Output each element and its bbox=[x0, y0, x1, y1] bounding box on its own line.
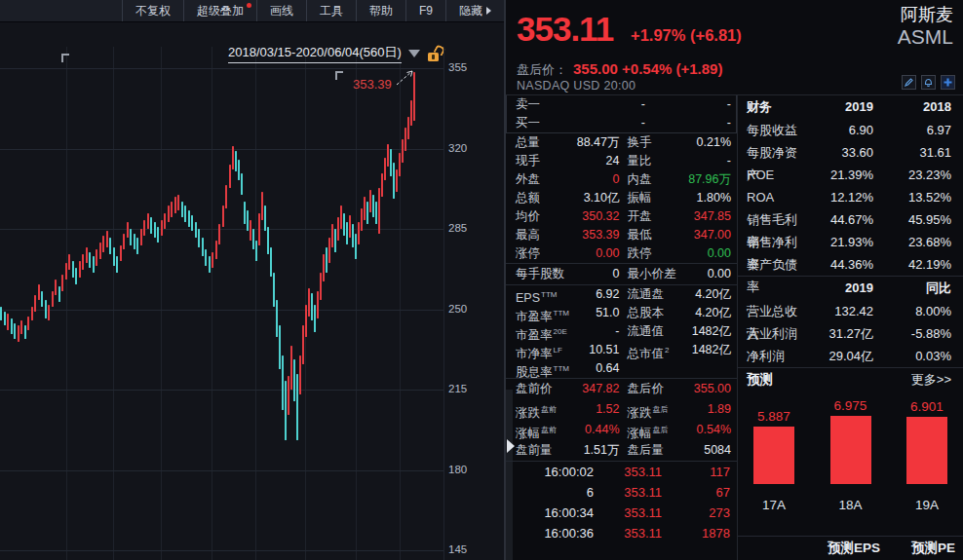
date-range-label[interactable]: 2018/03/15-2020/06/04(560日) bbox=[228, 44, 402, 63]
quote-label: 流通值 bbox=[628, 322, 665, 341]
candlestick bbox=[375, 202, 377, 225]
bid-ask-price: - bbox=[570, 95, 645, 114]
candlestick bbox=[410, 100, 412, 126]
tick-price: 353.11 bbox=[594, 523, 662, 543]
event-flag-icon bbox=[335, 71, 343, 80]
candlestick bbox=[402, 139, 404, 163]
financial-label: ROA bbox=[747, 186, 799, 208]
candlestick bbox=[346, 222, 348, 245]
last-price: 353.11 bbox=[517, 10, 613, 49]
toolbar-item[interactable]: F9 bbox=[405, 0, 445, 21]
candlestick bbox=[364, 197, 366, 220]
quote-label: 最高 bbox=[516, 226, 540, 244]
candlestick bbox=[337, 217, 339, 241]
quote-label: 总市值2 bbox=[628, 341, 670, 359]
quote-value: 0.64 bbox=[569, 359, 620, 378]
toolbar-item[interactable]: 帮助 bbox=[356, 0, 405, 21]
candlestick bbox=[4, 312, 6, 325]
candlestick bbox=[285, 381, 287, 440]
toolbar-item[interactable]: 隐藏 bbox=[445, 0, 504, 21]
quote-half: 现手24 bbox=[516, 152, 620, 170]
forecast-more-link[interactable]: 更多>> bbox=[911, 371, 951, 389]
tab-forecast-eps[interactable]: 预测EPS bbox=[828, 540, 880, 557]
candlestick bbox=[120, 245, 122, 262]
chart-vertical-gridline bbox=[66, 47, 67, 560]
unlock-icon[interactable] bbox=[427, 46, 443, 62]
quote-label: 盘前量 bbox=[516, 440, 553, 461]
income-col-2019: 2019 bbox=[799, 277, 873, 300]
quote-half: 盘前量1.51万 bbox=[516, 440, 620, 461]
candlestick bbox=[238, 160, 240, 180]
quote-label: 涨幅盘后 bbox=[628, 420, 669, 440]
income-col-yoy: 同比 bbox=[873, 277, 951, 300]
quote-detail-column: 卖一--买一-- 总量88.47万换手0.21%现手24量比-外盘0内盘87.9… bbox=[506, 95, 738, 560]
date-range-control[interactable]: 2018/03/15-2020/06/04(560日) bbox=[228, 44, 443, 63]
quote-half: 最小价差0.00 bbox=[620, 264, 732, 284]
income-value: 29.04亿 bbox=[799, 345, 873, 367]
income-header: 2019 同比 bbox=[738, 277, 963, 300]
income-row: 营业利润31.27亿-5.88% bbox=[738, 322, 963, 345]
quote-row: 现手24量比- bbox=[506, 152, 737, 170]
quote-label: 振幅 bbox=[628, 189, 652, 207]
candlestick bbox=[89, 252, 91, 269]
quote-value bbox=[628, 359, 732, 378]
chevron-down-icon[interactable] bbox=[408, 50, 420, 57]
forecast-bar-value: 5.887 bbox=[757, 409, 790, 424]
forecast-bar-label: 17A bbox=[762, 498, 786, 512]
quote-half: 涨跌盘后1.89 bbox=[620, 399, 732, 420]
candlestick bbox=[147, 213, 149, 230]
quote-value: 347.00 bbox=[652, 226, 732, 244]
candlestick bbox=[282, 355, 284, 411]
quote-label: 每手股数 bbox=[516, 264, 564, 284]
income-label: 净利润 bbox=[747, 345, 799, 367]
candlestick bbox=[55, 280, 57, 296]
toolbar-item[interactable]: 工具 bbox=[306, 0, 356, 21]
candlestick bbox=[250, 220, 251, 241]
tick-qty: 1878 bbox=[662, 523, 730, 543]
candlestick bbox=[177, 195, 179, 211]
chart-gridline bbox=[0, 550, 443, 551]
chart-vertical-gridline bbox=[161, 47, 162, 560]
tab-forecast-pe[interactable]: 预测PE bbox=[911, 540, 955, 557]
quote-half: 涨跌盘前1.52 bbox=[516, 399, 620, 420]
toolbar-item[interactable]: 不复权 bbox=[122, 0, 183, 21]
candlestick bbox=[34, 295, 36, 312]
quote-row: 均价350.32开盘347.85 bbox=[506, 207, 737, 226]
candlestick bbox=[222, 205, 224, 226]
candlestick bbox=[102, 236, 104, 252]
quote-label: 市盈率TTM bbox=[516, 304, 569, 322]
tick-qty: 117 bbox=[662, 462, 730, 482]
y-axis-tick-label: 145 bbox=[448, 543, 467, 555]
quote-value: 10.51 bbox=[562, 341, 620, 359]
candlestick bbox=[7, 314, 9, 330]
quote-label: 总量 bbox=[516, 133, 540, 152]
quote-half: 总量88.47万 bbox=[516, 133, 620, 152]
quote-label: 均价 bbox=[516, 207, 540, 226]
collapse-panel-arrow-icon[interactable] bbox=[507, 439, 515, 453]
tick-qty: 273 bbox=[662, 503, 730, 523]
candlestick bbox=[154, 222, 156, 239]
edit-icon[interactable] bbox=[902, 75, 916, 90]
candlestick bbox=[308, 288, 310, 316]
candlestick bbox=[171, 202, 173, 218]
y-axis-tick-label: 320 bbox=[448, 142, 467, 154]
notification-dot-icon bbox=[247, 3, 251, 8]
stock-symbol: ASML bbox=[898, 25, 953, 49]
quote-row: 盘前价347.82盘后价355.00 bbox=[506, 379, 737, 399]
quote-header: 353.11 +1.97% (+6.81) 阿斯麦 ASML 盘后价：355.0… bbox=[506, 0, 963, 95]
candlestick bbox=[41, 291, 43, 308]
alert-bell-icon[interactable] bbox=[921, 75, 936, 90]
bid-ask-price: - bbox=[570, 114, 645, 132]
candlestick bbox=[407, 117, 409, 140]
quote-label: 市盈率20E bbox=[516, 322, 567, 341]
toolbar-item[interactable]: 超级叠加 bbox=[183, 0, 256, 21]
candlestick bbox=[404, 128, 406, 151]
add-to-watchlist-icon[interactable] bbox=[941, 75, 955, 90]
toolbar-item[interactable]: 画线 bbox=[256, 0, 306, 21]
candlestick bbox=[384, 158, 386, 181]
candlestick bbox=[96, 249, 97, 266]
valuation-rows: EPSTTM6.92流通盘4.20亿市盈率TTM51.0总股本4.20亿市盈率2… bbox=[506, 285, 737, 378]
quote-value: - bbox=[567, 322, 620, 341]
income-label: 营业利润 bbox=[747, 322, 799, 345]
quote-value: 4.20亿 bbox=[664, 285, 731, 304]
